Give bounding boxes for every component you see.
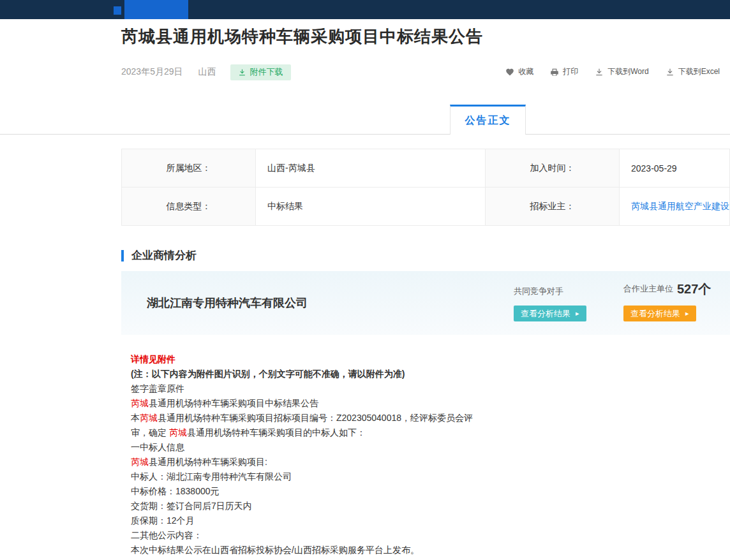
attachment-download-button[interactable]: 附件下载 bbox=[230, 64, 291, 80]
tender-owner-link[interactable]: 芮城县通用航空产业建设发 bbox=[620, 188, 730, 226]
article-text: 县通用机场特种车辆采购项目招标项目编号：Z202305040018，经评标委员会… bbox=[158, 413, 473, 423]
article-text: 中标人：湖北江南专用特种汽车有限公司 bbox=[131, 471, 292, 482]
info-label-date: 加入时间： bbox=[486, 149, 620, 188]
article-text: 县通用机场特种车辆采购项目中标结果公告 bbox=[149, 398, 318, 408]
article-line: 签字盖章原件 bbox=[131, 381, 654, 396]
article-line: 中标价格：1838000元 bbox=[131, 484, 654, 499]
tab-announcement-body[interactable]: 公告正文 bbox=[450, 105, 526, 135]
info-row: 信息类型： 中标结果 招标业主： 芮城县通用航空产业建设发 bbox=[122, 188, 730, 226]
article-line: 中标人：湖北江南专用特种汽车有限公司 bbox=[131, 469, 654, 484]
info-table: 所属地区： 山西-芮城县 加入时间： 2023-05-29 信息类型： 中标结果… bbox=[121, 149, 730, 226]
tab-divider bbox=[0, 134, 730, 135]
info-row: 所属地区： 山西-芮城县 加入时间： 2023-05-29 bbox=[122, 149, 730, 188]
section-title: 企业商情分析 bbox=[131, 248, 197, 263]
company-name: 湖北江南专用特种汽车有限公司 bbox=[147, 271, 308, 335]
article-text: 质保期：12个月 bbox=[131, 515, 195, 526]
page-title: 芮城县通用机场特种车辆采购项目中标结果公告 bbox=[121, 26, 483, 48]
meta-row: 2023年5月29日 山西 附件下载 bbox=[121, 64, 291, 80]
info-value-date: 2023-05-29 bbox=[620, 149, 730, 188]
highlighted-keyword: 芮城 bbox=[169, 427, 187, 438]
attachment-button-label: 附件下载 bbox=[250, 66, 283, 78]
article-text: 一中标人信息 bbox=[131, 442, 184, 452]
download-excel-button[interactable]: 下载到Excel bbox=[666, 66, 720, 77]
favorite-button[interactable]: 收藏 bbox=[505, 66, 533, 77]
top-nav-bar bbox=[0, 0, 730, 19]
action-label: 下载到Word bbox=[607, 66, 648, 77]
chevron-right-icon: ▸ bbox=[685, 310, 689, 317]
article-line: 芮城县通用机场特种车辆采购项目中标结果公告 bbox=[131, 396, 654, 411]
publish-date: 2023年5月29日 bbox=[121, 66, 183, 78]
article-text: 本次中标结果公示在山西省招标投标协会/山西招标采购服务平台上发布。 bbox=[131, 545, 419, 555]
print-button[interactable]: 打印 bbox=[550, 66, 578, 77]
article-line: 本芮城县通用机场特种车辆采购项目招标项目编号：Z202305040018，经评标… bbox=[131, 411, 654, 425]
button-label: 查看分析结果 bbox=[521, 308, 570, 320]
section-accent-bar bbox=[121, 250, 124, 262]
button-label: 查看分析结果 bbox=[630, 308, 680, 320]
printer-icon bbox=[550, 68, 559, 77]
download-word-button[interactable]: 下载到Word bbox=[595, 66, 648, 77]
download-icon bbox=[238, 68, 246, 77]
action-label: 打印 bbox=[563, 66, 578, 77]
heart-icon bbox=[505, 68, 514, 77]
download-icon bbox=[666, 68, 674, 77]
highlighted-keyword: 芮城 bbox=[131, 457, 149, 467]
nav-highlight[interactable] bbox=[124, 0, 188, 19]
action-label: 下载到Excel bbox=[678, 66, 720, 77]
info-label-type: 信息类型： bbox=[122, 188, 256, 226]
article-line: 芮城县通用机场特种车辆采购项目: bbox=[131, 455, 654, 469]
article-line: 审，确定 芮城县通用机场特种车辆采购项目的中标人如下： bbox=[131, 425, 654, 440]
view-partner-analysis-button[interactable]: 查看分析结果 ▸ bbox=[623, 306, 696, 321]
nav-highlight-small[interactable] bbox=[114, 6, 121, 15]
action-label: 收藏 bbox=[518, 66, 533, 77]
chevron-right-icon: ▸ bbox=[576, 310, 579, 317]
article-text: 审，确定 bbox=[131, 427, 169, 438]
article-text: 中标价格：1838000元 bbox=[131, 486, 220, 496]
action-bar: 收藏 打印 下载到Word 下载到Excel bbox=[505, 66, 720, 77]
highlighted-keyword: 芮城 bbox=[140, 413, 158, 423]
download-icon bbox=[595, 68, 604, 77]
article-text: 签字盖章原件 bbox=[131, 383, 184, 394]
article-text: 本 bbox=[131, 413, 140, 423]
article-line: 交货期：签订合同后7日历天内 bbox=[131, 499, 654, 513]
article-line: 一中标人信息 bbox=[131, 440, 654, 455]
article-line: 二其他公示内容： bbox=[131, 528, 654, 543]
info-label-owner: 招标业主： bbox=[486, 188, 620, 226]
article-line: 详情见附件 bbox=[131, 352, 654, 367]
article-line: (注：以下内容为附件图片识别，个别文字可能不准确，请以附件为准) bbox=[131, 367, 654, 381]
partner-block: 合作业主单位 527个 查看分析结果 ▸ bbox=[623, 283, 711, 321]
region-label: 山西 bbox=[198, 66, 216, 78]
article-line: 本次中标结果公示在山西省招标投标协会/山西招标采购服务平台上发布。 bbox=[131, 543, 654, 557]
partner-count: 527个 bbox=[677, 283, 711, 295]
article-text: 县通用机场特种车辆采购项目的中标人如下： bbox=[187, 427, 366, 438]
info-label-region: 所属地区： bbox=[122, 149, 256, 188]
analysis-card: 湖北江南专用特种汽车有限公司 共同竞争对手 查看分析结果 ▸ 合作业主单位 52… bbox=[121, 271, 730, 335]
article-text: 二其他公示内容： bbox=[131, 530, 202, 540]
partner-label-row: 合作业主单位 527个 bbox=[623, 283, 711, 295]
info-value-region: 山西-芮城县 bbox=[256, 149, 486, 188]
section-header: 企业商情分析 bbox=[121, 248, 197, 263]
article-text: 交货期：签订合同后7日历天内 bbox=[131, 501, 252, 511]
partner-label: 合作业主单位 bbox=[623, 283, 673, 295]
competitor-label: 共同竞争对手 bbox=[514, 286, 586, 297]
highlighted-keyword: 芮城 bbox=[131, 398, 149, 408]
info-value-type: 中标结果 bbox=[256, 188, 486, 226]
article-text: (注：以下内容为附件图片识别，个别文字可能不准确，请以附件为准) bbox=[131, 369, 405, 379]
highlighted-keyword: 详情见附件 bbox=[131, 354, 175, 364]
article-body: 详情见附件(注：以下内容为附件图片识别，个别文字可能不准确，请以附件为准)签字盖… bbox=[131, 352, 654, 557]
article-line: 质保期：12个月 bbox=[131, 513, 654, 528]
view-competitor-analysis-button[interactable]: 查看分析结果 ▸ bbox=[514, 306, 586, 321]
article-text: 县通用机场特种车辆采购项目: bbox=[149, 457, 267, 467]
competitor-block: 共同竞争对手 查看分析结果 ▸ bbox=[514, 286, 586, 321]
